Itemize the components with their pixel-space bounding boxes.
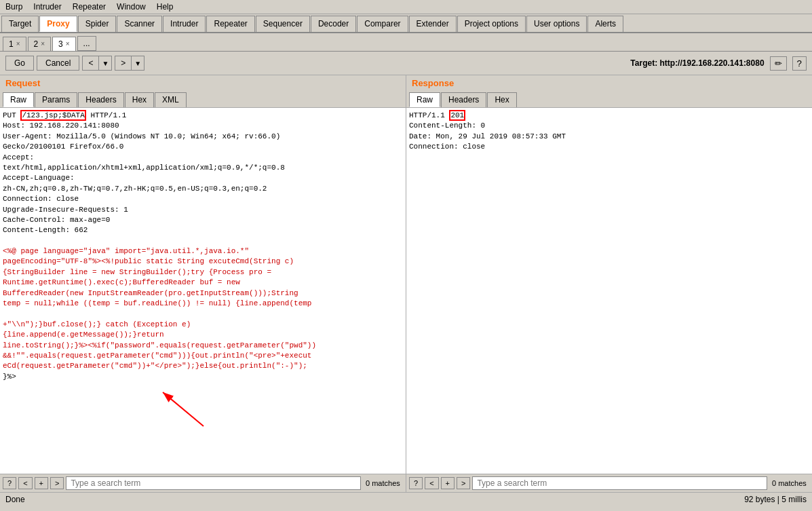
forward-nav-group: > ▼ — [115, 56, 144, 71]
request-tab-raw[interactable]: Raw — [3, 92, 34, 107]
tab-scanner[interactable]: Scanner — [117, 16, 162, 32]
cancel-button[interactable]: Cancel — [37, 56, 79, 71]
response-content: HTTP/1.1 201 Content-Length: 0 Date: Mon… — [409, 111, 809, 153]
request-matches-label: 0 matches — [366, 479, 403, 487]
request-code-wrapper: PUT /123.jsp;$DATA HTTP/1.1 Host: 192.16… — [0, 108, 406, 474]
menu-window[interactable]: Window — [114, 1, 149, 12]
request-tabs: Raw Params Headers Hex XML — [0, 91, 406, 108]
tab-user-options[interactable]: User options — [526, 16, 587, 32]
response-tabs: Raw Headers Hex — [406, 91, 812, 108]
tab-proxy[interactable]: Proxy — [39, 16, 77, 32]
tab-repeater[interactable]: Repeater — [206, 16, 254, 32]
response-code-wrapper: HTTP/1.1 201 Content-Length: 0 Date: Mon… — [406, 108, 812, 474]
main-content: Request Raw Params Headers Hex XML PUT /… — [0, 75, 812, 492]
repeater-tab-1[interactable]: 1 × — [3, 37, 26, 51]
repeater-tab-2-close[interactable]: × — [41, 40, 45, 48]
response-pane: Response Raw Headers Hex HTTP/1.1 201 Co… — [406, 75, 812, 492]
repeater-tab-3-close[interactable]: × — [66, 40, 70, 48]
request-search-help[interactable]: ? — [3, 477, 16, 489]
tab-target[interactable]: Target — [1, 16, 39, 32]
forward-dropdown[interactable]: ▼ — [131, 56, 144, 71]
request-search-input[interactable] — [66, 476, 361, 490]
back-dropdown[interactable]: ▼ — [98, 56, 112, 71]
repeater-tab-3[interactable]: 3 × — [52, 37, 76, 51]
request-pane: Request Raw Params Headers Hex XML PUT /… — [0, 75, 406, 492]
menu-help[interactable]: Help — [154, 1, 176, 12]
repeater-tab-2[interactable]: 2 × — [28, 37, 52, 51]
back-button[interactable]: < — [82, 56, 98, 71]
response-tab-hex[interactable]: Hex — [487, 92, 516, 107]
status-bar: Done 92 bytes | 5 millis — [0, 492, 812, 506]
response-search-input[interactable] — [472, 476, 767, 490]
response-search-bar: ? < + > 0 matches — [406, 474, 812, 492]
request-tab-xml[interactable]: XML — [155, 92, 187, 107]
menu-repeater[interactable]: Repeater — [70, 1, 109, 12]
tab-spider[interactable]: Spider — [78, 16, 117, 32]
request-tab-headers[interactable]: Headers — [78, 92, 123, 107]
response-search-add[interactable]: + — [441, 477, 455, 489]
request-title: Request — [0, 75, 406, 91]
tab-intruder[interactable]: Intruder — [163, 16, 206, 32]
target-edit-button[interactable]: ✏ — [770, 56, 787, 71]
menu-burp[interactable]: Burp — [3, 1, 25, 12]
repeater-tab-bar: 1 × 2 × 3 × ... — [0, 33, 812, 52]
status-left: Done — [5, 495, 25, 504]
request-tab-params[interactable]: Params — [35, 92, 77, 107]
repeater-tab-1-close[interactable]: × — [16, 40, 20, 48]
menu-intruder[interactable]: Intruder — [31, 1, 64, 12]
request-content: PUT /123.jsp;$DATA HTTP/1.1 Host: 192.16… — [3, 111, 403, 393]
response-title: Response — [406, 75, 812, 91]
request-tab-hex[interactable]: Hex — [125, 92, 154, 107]
response-tab-headers[interactable]: Headers — [441, 92, 486, 107]
go-button[interactable]: Go — [5, 56, 34, 71]
repeater-tab-1-label: 1 — [9, 39, 14, 49]
response-matches-label: 0 matches — [772, 479, 809, 487]
tab-alerts[interactable]: Alerts — [587, 16, 623, 32]
repeater-tab-3-label: 3 — [58, 39, 63, 49]
svg-line-1 — [163, 392, 204, 426]
back-nav-group: < ▼ — [82, 56, 112, 71]
tab-comparer[interactable]: Comparer — [357, 16, 408, 32]
request-search-next[interactable]: > — [50, 477, 64, 489]
tab-sequencer[interactable]: Sequencer — [256, 16, 310, 32]
target-help-button[interactable]: ? — [792, 56, 807, 71]
request-code-area[interactable]: PUT /123.jsp;$DATA HTTP/1.1 Host: 192.16… — [0, 108, 406, 474]
response-code-area[interactable]: HTTP/1.1 201 Content-Length: 0 Date: Mon… — [406, 108, 812, 474]
target-label: Target: http://192.168.220.141:8080 — [630, 58, 764, 68]
request-search-prev[interactable]: < — [18, 477, 32, 489]
response-tab-raw[interactable]: Raw — [409, 92, 440, 107]
repeater-tab-more[interactable]: ... — [77, 36, 96, 51]
main-tab-bar: Target Proxy Spider Scanner Intruder Rep… — [0, 14, 812, 33]
toolbar: Go Cancel < ▼ > ▼ Target: http://192.168… — [0, 52, 812, 75]
tab-project-options[interactable]: Project options — [457, 16, 526, 32]
menu-bar: Burp Intruder Repeater Window Help — [0, 0, 812, 14]
status-right: 92 bytes | 5 millis — [744, 495, 807, 504]
tab-extender[interactable]: Extender — [409, 16, 457, 32]
request-search-bar: ? < + > 0 matches — [0, 474, 406, 492]
tab-decoder[interactable]: Decoder — [311, 16, 356, 32]
request-search-add[interactable]: + — [35, 477, 48, 489]
response-search-prev[interactable]: < — [425, 477, 438, 489]
repeater-tab-2-label: 2 — [34, 39, 39, 49]
response-search-help[interactable]: ? — [409, 477, 423, 489]
forward-button[interactable]: > — [115, 56, 131, 71]
response-search-next[interactable]: > — [457, 477, 470, 489]
